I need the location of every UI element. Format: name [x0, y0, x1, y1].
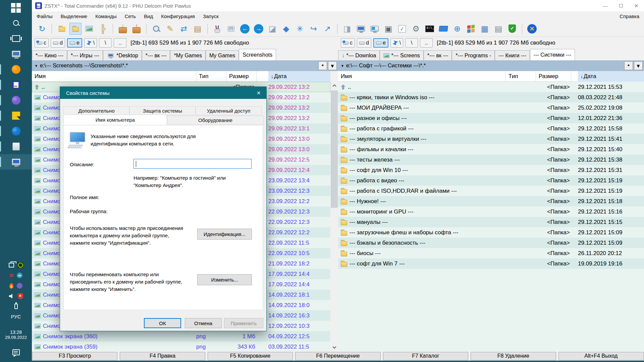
network-globe-icon[interactable]: ⊕	[451, 23, 463, 35]
menu-команды[interactable]: Команды	[95, 13, 117, 19]
cancel-button[interactable]: Отмена	[185, 318, 222, 328]
notepad-app[interactable]	[0, 139, 32, 154]
function-key-f5[interactable]: F5 Копирование	[208, 352, 293, 360]
paint-tools-icon[interactable]	[211, 23, 223, 35]
function-key-alt+f4[interactable]: Alt+F4 Выход	[558, 352, 644, 360]
tab--вк-[interactable]: *--- вк ---	[142, 50, 170, 60]
start-button[interactable]	[0, 0, 32, 15]
file-row[interactable]: --- фильмы и качалки ---<Папка>29.12.202…	[338, 144, 644, 155]
dialog-close-icon[interactable]: ×	[251, 87, 266, 99]
tray-security-alert-icon[interactable]: ✕	[18, 293, 23, 299]
drive-button-c[interactable]: c	[341, 38, 355, 48]
tray-viber-icon[interactable]	[17, 283, 22, 289]
tab--desktop[interactable]: *Desktop	[103, 50, 142, 60]
view-tree-icon[interactable]: ╠	[97, 23, 109, 35]
drive-button-..[interactable]: ..	[114, 38, 126, 48]
dialog-tab-удаленный-доступ[interactable]: Удаленный доступ	[196, 106, 262, 115]
edge-app[interactable]	[0, 123, 32, 139]
menu-конфигурация[interactable]: Конфигурация	[161, 13, 195, 19]
tab--системки-[interactable]: --- Системки ---	[530, 49, 575, 60]
file-row[interactable]: --- бэкапы и безопасность ---<Папка>29.1…	[338, 238, 644, 248]
file-row[interactable]: --- работа с графикой ---<Папка>29.12.20…	[338, 123, 644, 134]
redo-icon[interactable]: ↪	[308, 23, 320, 35]
computer-icon[interactable]	[355, 23, 367, 35]
defender-icon[interactable]: ✓	[506, 23, 518, 35]
total-commander-app[interactable]	[0, 77, 32, 93]
refresh-icon[interactable]: ↻	[36, 23, 48, 35]
file-row[interactable]: --- работа с ISO,HDD,RAR и файлами ---<П…	[338, 186, 644, 196]
drive-button-e[interactable]: e	[373, 38, 388, 48]
column-header-size[interactable]: Размер	[226, 71, 257, 82]
remote-desktop-app[interactable]	[0, 46, 32, 62]
defrag-icon[interactable]: ◆	[280, 23, 292, 35]
column-header-type[interactable]: Тип	[196, 71, 226, 82]
description-input[interactable]	[133, 159, 252, 169]
vertical-scrollbar[interactable]	[330, 82, 338, 351]
tab--вк-[interactable]: *--- вк ---	[424, 50, 452, 60]
tab-my-games[interactable]: My Games	[206, 50, 239, 60]
sticky-notes-app[interactable]	[0, 108, 32, 123]
tab--my-games[interactable]: *My Games	[170, 50, 206, 60]
tab--книги-[interactable]: --- Книги ---	[495, 50, 530, 60]
drive-button-\[interactable]: \	[99, 38, 112, 48]
menu-help[interactable]: Справка	[620, 13, 639, 19]
scrollbar-thumb[interactable]	[331, 90, 338, 208]
task-view-button[interactable]	[0, 31, 32, 46]
printer-icon[interactable]: ▤	[492, 23, 504, 35]
function-key-f8[interactable]: F8 Удаление	[471, 352, 556, 360]
drive-button-e[interactable]: e	[67, 38, 82, 48]
close-x-icon[interactable]: ✕	[526, 23, 538, 35]
function-key-f3[interactable]: F3 Просмотр	[32, 352, 117, 360]
tab--кино-[interactable]: *--- Кино ---	[32, 50, 67, 60]
minimize-button[interactable]: —	[598, 0, 613, 11]
tray-qbittorrent-icon[interactable]: qb	[17, 273, 22, 278]
clipboard-icon[interactable]: ▤	[192, 23, 204, 35]
view-thumbnails-icon[interactable]	[83, 23, 95, 35]
tab-computer-name[interactable]: Имя компьютера	[63, 115, 167, 125]
history-dropdown-button[interactable]: ▼	[328, 61, 337, 70]
search-icon[interactable]	[150, 23, 162, 35]
view-details-icon[interactable]	[69, 23, 82, 35]
drive-button-..[interactable]: ..	[420, 38, 433, 48]
display-icon[interactable]	[437, 23, 449, 35]
view-brief-icon[interactable]	[56, 23, 68, 35]
function-key-f6[interactable]: F6 Перемещение	[295, 352, 380, 360]
menu-запуск[interactable]: Запуск	[203, 13, 219, 19]
dialog-tab-дополнительно[interactable]: Дополнительно	[63, 106, 129, 115]
path-bar[interactable]: ▼e:\--- Screenshots ---\Screenshots\*.**…	[32, 60, 338, 71]
drive-button-\[interactable]: \	[390, 38, 403, 48]
control-panel-icon[interactable]	[369, 23, 381, 35]
tab--screens[interactable]: *--- Screens	[380, 50, 423, 60]
favorites-star-button[interactable]: *	[318, 61, 327, 70]
sync-dirs-icon[interactable]: ⇄	[178, 23, 190, 35]
menu-вид[interactable]: Вид	[144, 13, 153, 19]
services-icon[interactable]: ⚙	[410, 23, 422, 35]
file-row[interactable]: --- разное и офисы ---<Папка>12.01.2022 …	[338, 113, 644, 123]
windows-apps-icon[interactable]: ▦	[479, 23, 491, 35]
forward-icon[interactable]: →	[253, 23, 265, 35]
tray-stack-icon[interactable]	[9, 263, 14, 267]
identification-button[interactable]: Идентификация...	[197, 229, 252, 240]
tray-nvidia-icon[interactable]	[17, 262, 23, 268]
search-button[interactable]	[0, 15, 32, 31]
dialog-tab-защита-системы[interactable]: Защита системы	[129, 106, 196, 115]
drive-button-c[interactable]: c	[35, 38, 49, 48]
file-row[interactable]: --- биосы ---<Папка>26.11.2020 20:12	[338, 248, 644, 258]
language-indicator[interactable]: РУС	[0, 314, 32, 319]
path-bar[interactable]: ▼e:\--- Софт ---\--- Системки ---\*.**▼	[338, 60, 644, 71]
pack-icon[interactable]: ↓	[117, 23, 129, 35]
file-row[interactable]: --- загрузочные флеш и наборы софта ---<…	[338, 227, 644, 238]
tab-hardware[interactable]: Оборудование	[167, 116, 264, 125]
file-row[interactable]: Снимок экрана (359)png343 Кб03.09.2022 1…	[32, 342, 330, 351]
file-row[interactable]: --- мониторинг и GPU ---<Папка>29.12.202…	[338, 206, 644, 217]
drive-button-\[interactable]: \	[84, 38, 97, 48]
drive-button-d[interactable]: d	[51, 38, 65, 48]
firefox-app[interactable]	[0, 62, 32, 77]
drive-button-\[interactable]: \	[405, 38, 418, 48]
tray-31-icon[interactable]: ЗІ	[9, 273, 13, 278]
tab--programs-[interactable]: *--- Programs -	[452, 50, 495, 60]
file-row[interactable]: --- тесты железа ---<Папка>29.12.2021 15…	[338, 155, 644, 165]
cmd-icon[interactable]: C:\_	[424, 23, 436, 35]
unpack-icon[interactable]: ↑	[130, 23, 143, 35]
favorites-star-button[interactable]: *	[624, 61, 633, 70]
